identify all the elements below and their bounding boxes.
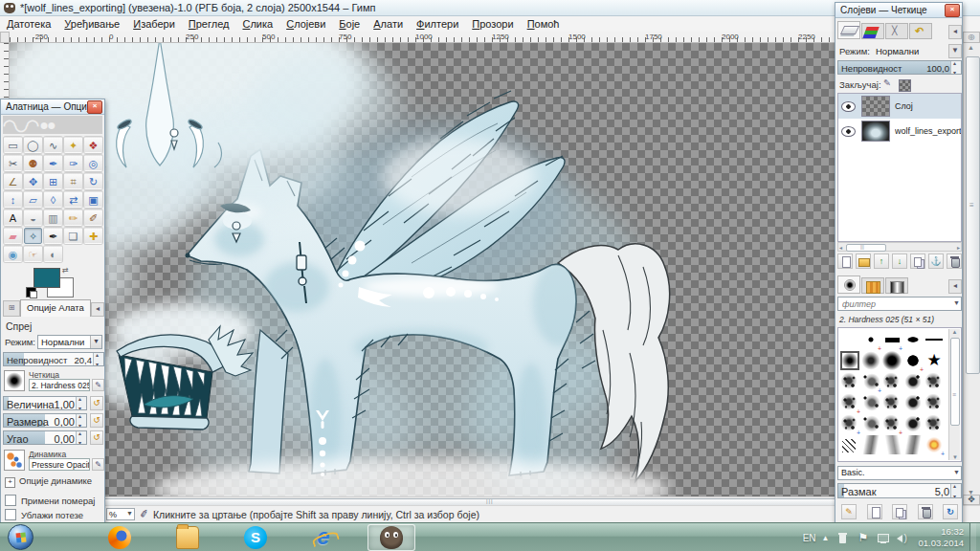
tool-button-align[interactable]: ⊞ [44,173,62,189]
menu-item[interactable]: Слика [235,17,279,31]
opacity-slider[interactable]: Непровидност 20,4 [3,352,104,366]
spinner[interactable] [76,431,86,444]
dynamics-select[interactable]: Pressure Opacity [29,458,90,471]
taskbar-app-internet-explorer[interactable]: e [300,524,347,551]
taskbar-app-firefox[interactable] [96,524,144,551]
new-layer-button[interactable] [837,253,853,269]
option-checkbox[interactable]: Примени померај [5,495,95,506]
lower-layer-button[interactable]: ↓ [892,253,907,269]
option-checkbox[interactable]: Ублажи потезе [5,509,83,520]
close-icon[interactable]: × [945,4,960,17]
visibility-eye-icon[interactable] [841,126,856,137]
layer-row-Слој[interactable]: Слој [838,94,961,119]
delete-brush-button[interactable] [918,504,933,519]
brush-cell[interactable] [903,414,923,433]
size-slider[interactable]: Величина 1,00 [3,396,87,410]
refresh-brushes-button[interactable]: ↻ [943,504,958,519]
tab-tool-options[interactable]: Опције Алата [20,299,91,317]
close-icon[interactable]: × [87,100,102,114]
tool-button-foreground-select[interactable]: ⚉ [24,155,42,171]
tray-app-icon[interactable] [835,531,850,545]
spinner[interactable] [76,414,86,427]
tab-menu-icon[interactable]: ◂ [91,302,104,317]
dynamics-options-expander[interactable]: +Опције динамике [5,475,92,488]
dynamics-thumbnail[interactable] [4,450,25,471]
tool-button-rotate[interactable]: ↻ [84,173,102,189]
brush-cell[interactable] [924,435,944,454]
brush-cell[interactable] [840,393,859,412]
edit-brush-button[interactable]: ✎ [841,504,857,519]
canvas[interactable] [10,43,963,496]
tool-button-scissors[interactable]: ✂ [4,155,22,171]
brush-cell[interactable] [840,414,859,433]
layer-list-hscrollbar[interactable] [837,242,962,252]
brush-cell[interactable] [861,372,880,391]
tool-button-crop[interactable]: ⌗ [64,173,82,189]
brush-cell[interactable] [903,351,923,370]
menu-item[interactable]: Слојеви [279,17,332,31]
brush-cell[interactable] [861,351,880,370]
brush-cell[interactable] [903,372,923,391]
ruler-corner-button[interactable] [0,32,10,43]
language-indicator[interactable]: EN [803,533,816,543]
tool-button-rect-select[interactable]: ▭ [4,137,22,153]
toolbox-tab-icon[interactable]: ⊞ [3,300,20,317]
tool-button-pencil[interactable]: ✏ [64,209,82,226]
vertical-scrollbar[interactable]: ▲ ▼ [963,43,980,496]
tool-button-color-picker[interactable]: ✑ [64,155,82,171]
zoom-dropdown[interactable]: %▼ [106,508,135,520]
edit-dynamics-icon[interactable]: ✎ [92,458,104,471]
brush-grid-scroll-thumb[interactable] [950,338,960,426]
new-brush-button[interactable] [867,504,882,519]
brush-cell[interactable] [882,435,902,454]
brush-cell[interactable] [882,414,902,433]
layer-opacity-slider[interactable]: Непровидност 100,0 [837,60,962,75]
brush-cell[interactable] [861,330,880,349]
brush-cell[interactable] [840,351,859,370]
edit-brush-icon[interactable]: ✎ [92,379,104,391]
brush-cell[interactable] [924,330,944,349]
tab-layers[interactable] [837,21,860,39]
vertical-scroll-thumb[interactable] [966,56,980,374]
brush-tag-dropdown[interactable]: Basic.▼ [837,466,962,480]
menu-item[interactable]: Алати [367,17,410,31]
brush-cell[interactable] [882,330,902,349]
zoom-follow-button[interactable]: ◎ [963,32,980,43]
tool-button-paintbrush[interactable]: ✐ [84,209,102,226]
navigation-button[interactable]: ✥ [963,495,980,505]
volume-icon[interactable] [896,531,910,545]
menu-item[interactable]: Изабери [126,17,182,31]
brush-select[interactable]: 2. Hardness 025 [29,379,90,391]
tool-button-airbrush[interactable]: ✧ [24,228,42,244]
layer-mode-value[interactable]: Нормални [876,46,919,56]
tool-button-smudge[interactable]: ☞ [24,246,42,262]
reset-icon[interactable]: ↺ [90,396,103,410]
brush-filter-input[interactable] [840,298,947,311]
brush-cell[interactable] [861,435,880,454]
brush-cell[interactable] [924,393,944,412]
network-icon[interactable] [876,531,890,545]
tool-button-scale[interactable]: ↕ [4,191,22,208]
hidden-icons-chevron[interactable]: ▲ [822,534,830,542]
tool-button-fuzzy-select[interactable]: ✦ [64,137,82,153]
brush-cell[interactable]: ★ [924,351,944,370]
tool-button-zoom[interactable]: ◎ [84,155,102,171]
tab-undo-history[interactable] [909,23,932,39]
horizontal-ruler[interactable]: -2500250500750100012501500175020002250 [10,32,963,43]
brush-cell[interactable] [840,372,859,391]
anchor-layer-button[interactable]: ⚓ [928,253,944,269]
clock[interactable]: 16:32 01.03.2014 [918,526,964,549]
toolbox-titlebar[interactable]: Алатница — Опције Ала... × [1,99,104,115]
taskbar-app-explorer[interactable] [164,524,212,551]
taskbar-app-gimp[interactable] [368,524,415,551]
foreground-color-swatch[interactable] [33,268,60,288]
window-titlebar[interactable]: *[wolf_lines_exporting] (увезена)-1.0 (Р… [0,0,980,16]
lock-alpha-icon[interactable] [899,79,911,92]
layer-list-hscroll-thumb[interactable] [846,244,886,252]
angle-slider[interactable]: Угао 0,00 [3,430,87,445]
swap-colors-icon[interactable]: ⇄ [62,266,69,275]
tool-button-select-by-color[interactable]: ❖ [84,137,102,153]
brush-cell[interactable] [861,393,880,412]
tool-button-move[interactable]: ✥ [24,173,42,189]
tool-button-eraser[interactable]: ▰ [4,228,22,244]
